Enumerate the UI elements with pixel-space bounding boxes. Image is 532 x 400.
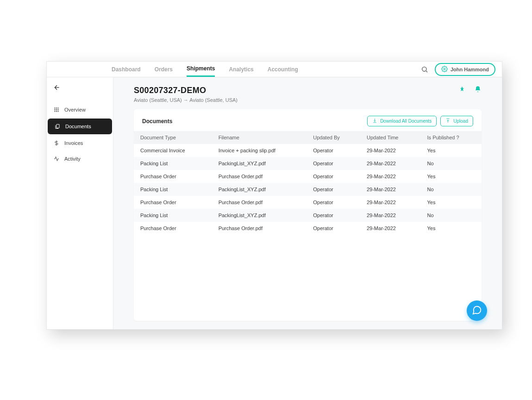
topbar-right: John Hammond bbox=[421, 63, 495, 76]
cell-published: Yes bbox=[421, 144, 482, 157]
topbar: Dashboard Orders Shipments Analytics Acc… bbox=[47, 62, 502, 77]
download-all-button[interactable]: Download All Documents bbox=[367, 116, 437, 126]
svg-rect-6 bbox=[58, 108, 59, 109]
sidebar: Overview Documents Invoices Activity bbox=[47, 77, 113, 329]
download-icon bbox=[372, 118, 377, 124]
cell-filename: PackingList_XYZ.pdf bbox=[212, 209, 307, 222]
cell-updated_time: 29-Mar-2022 bbox=[360, 196, 421, 209]
search-icon[interactable] bbox=[421, 66, 428, 73]
cell-updated_time: 29-Mar-2022 bbox=[360, 222, 421, 235]
cell-doctype: Purchase Order bbox=[134, 196, 212, 209]
nav-orders[interactable]: Orders bbox=[155, 62, 173, 76]
cell-doctype: Commercial Invoice bbox=[134, 144, 212, 157]
table-row[interactable]: Commercial InvoiceInvoice + packing slip… bbox=[134, 144, 482, 157]
documents-card: Documents Download All Documents Upload bbox=[134, 109, 482, 321]
cell-filename: Purchase Order.pdf bbox=[212, 196, 307, 209]
svg-rect-12 bbox=[58, 111, 59, 112]
cell-updated_by: Operator bbox=[307, 157, 360, 170]
cell-filename: Invoice + packing slip.pdf bbox=[212, 144, 307, 157]
nav-shipments[interactable]: Shipments bbox=[187, 62, 215, 77]
grid-icon bbox=[53, 106, 60, 113]
cell-published: Yes bbox=[421, 196, 482, 209]
svg-rect-8 bbox=[56, 109, 57, 110]
svg-rect-9 bbox=[58, 109, 59, 110]
upload-button[interactable]: Upload bbox=[440, 116, 473, 126]
cell-published: Yes bbox=[421, 170, 482, 183]
svg-rect-13 bbox=[56, 125, 59, 128]
sidebar-item-invoices[interactable]: Invoices bbox=[47, 135, 113, 151]
cell-updated_by: Operator bbox=[307, 222, 360, 235]
cell-doctype: Purchase Order bbox=[134, 222, 212, 235]
main-area: S00207327-DEMO Aviato (Seattle, USA) → A… bbox=[113, 77, 502, 329]
cell-updated_time: 29-Mar-2022 bbox=[360, 170, 421, 183]
svg-point-0 bbox=[422, 67, 426, 71]
svg-rect-7 bbox=[55, 109, 56, 110]
download-all-label: Download All Documents bbox=[380, 119, 432, 124]
cell-filename: Purchase Order.pdf bbox=[212, 222, 307, 235]
cell-doctype: Packing List bbox=[134, 157, 212, 170]
card-header: Documents Download All Documents Upload bbox=[134, 109, 482, 131]
sidebar-item-label: Invoices bbox=[64, 140, 83, 146]
gear-icon bbox=[441, 66, 448, 73]
cell-published: No bbox=[421, 183, 482, 196]
table-row[interactable]: Packing ListPackingList_XYZ.pdfOperator2… bbox=[134, 209, 482, 222]
cell-updated_time: 29-Mar-2022 bbox=[360, 157, 421, 170]
sidebar-item-activity[interactable]: Activity bbox=[47, 151, 113, 167]
document-icon bbox=[54, 123, 61, 130]
col-published[interactable]: Is Published ? bbox=[421, 131, 482, 144]
cell-filename: PackingList_XYZ.pdf bbox=[212, 183, 307, 196]
col-filename[interactable]: Filename bbox=[212, 131, 307, 144]
cell-published: No bbox=[421, 209, 482, 222]
sidebar-item-documents[interactable]: Documents bbox=[48, 119, 112, 134]
cell-updated_time: 29-Mar-2022 bbox=[360, 144, 421, 157]
cell-updated_by: Operator bbox=[307, 170, 360, 183]
dollar-icon bbox=[53, 140, 60, 146]
chat-fab[interactable] bbox=[467, 300, 487, 321]
cell-updated_time: 29-Mar-2022 bbox=[360, 209, 421, 222]
cell-updated_by: Operator bbox=[307, 196, 360, 209]
activity-icon bbox=[53, 156, 60, 162]
table-row[interactable]: Purchase OrderPurchase Order.pdfOperator… bbox=[134, 170, 482, 183]
table-row[interactable]: Packing ListPackingList_XYZ.pdfOperator2… bbox=[134, 183, 482, 196]
upload-label: Upload bbox=[453, 119, 468, 124]
cell-doctype: Packing List bbox=[134, 183, 212, 196]
nav-analytics[interactable]: Analytics bbox=[229, 62, 253, 76]
table-row[interactable]: Purchase OrderPurchase Order.pdfOperator… bbox=[134, 196, 482, 209]
user-menu[interactable]: John Hammond bbox=[435, 63, 495, 76]
sidebar-item-label: Activity bbox=[64, 156, 81, 162]
card-title: Documents bbox=[142, 118, 172, 125]
back-button[interactable] bbox=[47, 77, 113, 102]
pin-icon[interactable] bbox=[458, 86, 466, 93]
cell-published: Yes bbox=[421, 222, 482, 235]
svg-rect-4 bbox=[55, 108, 56, 109]
svg-line-1 bbox=[426, 71, 427, 72]
table-row[interactable]: Packing ListPackingList_XYZ.pdfOperator2… bbox=[134, 157, 482, 170]
sidebar-item-overview[interactable]: Overview bbox=[47, 102, 113, 118]
table-row[interactable]: Purchase OrderPurchase Order.pdfOperator… bbox=[134, 222, 482, 235]
sidebar-item-label: Documents bbox=[65, 124, 91, 129]
sidebar-item-label: Overview bbox=[64, 107, 86, 112]
chat-icon bbox=[472, 305, 482, 317]
table-header-row: Document Type Filename Updated By Update… bbox=[134, 131, 482, 144]
page-actions bbox=[458, 86, 482, 93]
nav-dashboard[interactable]: Dashboard bbox=[112, 62, 141, 76]
documents-table: Document Type Filename Updated By Update… bbox=[134, 131, 482, 235]
cell-updated_by: Operator bbox=[307, 144, 360, 157]
col-doctype[interactable]: Document Type bbox=[134, 131, 212, 144]
user-name: John Hammond bbox=[451, 67, 489, 72]
svg-rect-11 bbox=[56, 111, 57, 112]
page-header: S00207327-DEMO Aviato (Seattle, USA) → A… bbox=[134, 86, 482, 103]
svg-point-2 bbox=[444, 68, 445, 70]
col-updated-by[interactable]: Updated By bbox=[307, 131, 360, 144]
bell-icon[interactable] bbox=[474, 86, 482, 93]
main-nav: Dashboard Orders Shipments Analytics Acc… bbox=[112, 62, 298, 77]
cell-doctype: Purchase Order bbox=[134, 170, 212, 183]
svg-rect-5 bbox=[56, 108, 57, 109]
cell-updated_time: 29-Mar-2022 bbox=[360, 183, 421, 196]
col-updated-time[interactable]: Updated Time bbox=[360, 131, 421, 144]
svg-rect-10 bbox=[55, 111, 56, 112]
cell-updated_by: Operator bbox=[307, 183, 360, 196]
nav-accounting[interactable]: Accounting bbox=[268, 62, 298, 76]
upload-icon bbox=[445, 118, 451, 124]
cell-updated_by: Operator bbox=[307, 209, 360, 222]
